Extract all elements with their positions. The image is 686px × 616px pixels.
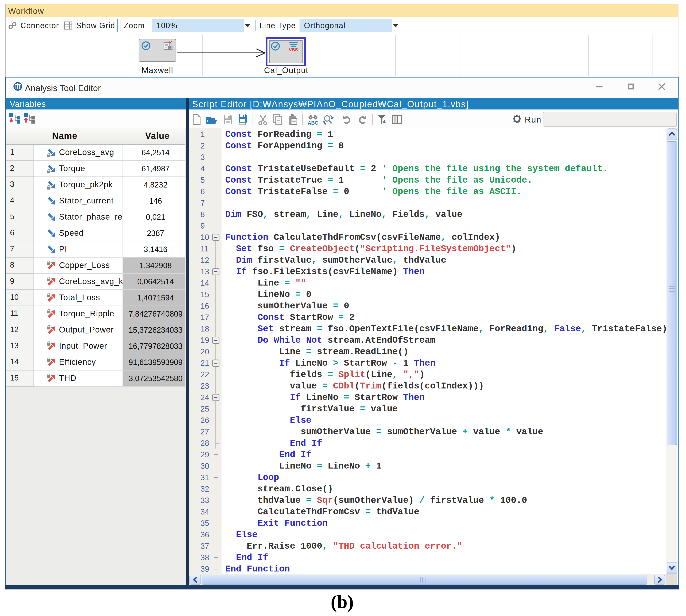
svg-text:ABC: ABC <box>308 120 318 126</box>
svg-text:VBS: VBS <box>289 47 298 52</box>
